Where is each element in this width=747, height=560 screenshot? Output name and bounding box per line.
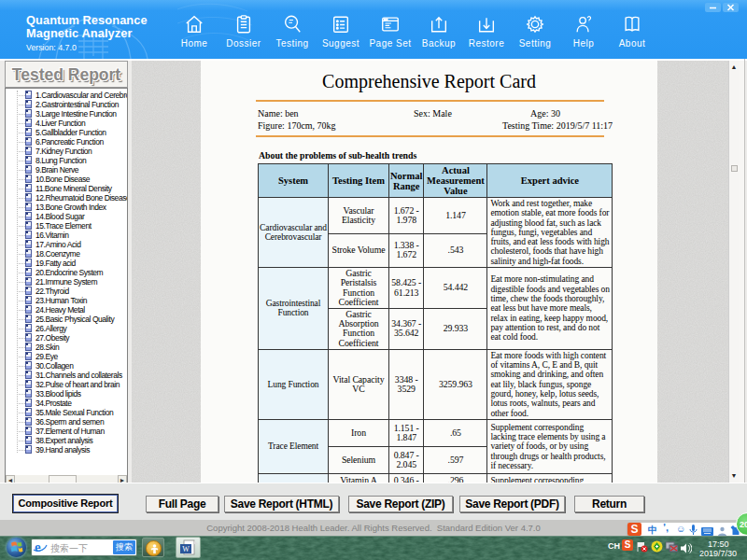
svg-text:W: W bbox=[182, 545, 190, 553]
